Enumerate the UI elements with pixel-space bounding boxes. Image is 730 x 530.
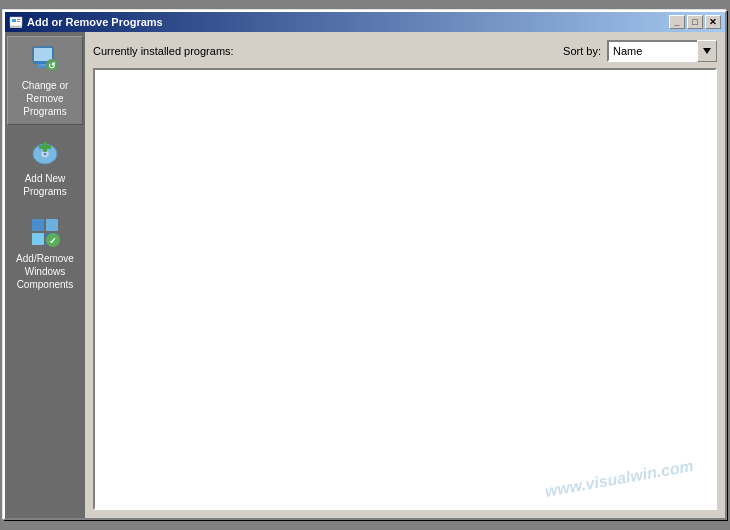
svg-rect-3 [17, 21, 20, 22]
sidebar-item-change-remove[interactable]: ↺ Change orRemovePrograms [7, 36, 83, 125]
svg-rect-19 [32, 233, 44, 245]
watermark-text: www.visualwin.com [544, 457, 695, 501]
maximize-button[interactable]: □ [687, 15, 703, 29]
svg-rect-6 [34, 48, 52, 61]
add-new-icon [29, 136, 61, 168]
currently-installed-label: Currently installed programs: [93, 45, 234, 57]
change-remove-icon: ↺ [29, 43, 61, 75]
sort-select-wrapper: Name Size Frequency Date Last Used [607, 40, 717, 62]
svg-text:✓: ✓ [49, 236, 57, 246]
components-icon: ✓ [29, 216, 61, 248]
svg-rect-1 [12, 19, 16, 22]
svg-rect-2 [17, 19, 20, 20]
sort-select[interactable]: Name Size Frequency Date Last Used [607, 40, 717, 62]
svg-rect-16 [39, 145, 51, 149]
sort-by-group: Sort by: Name Size Frequency Date Last U… [563, 40, 717, 62]
sidebar: ↺ Change orRemovePrograms [5, 32, 85, 518]
main-area: Currently installed programs: Sort by: N… [85, 32, 725, 518]
window-content: ↺ Change orRemovePrograms [5, 32, 725, 518]
svg-rect-4 [10, 26, 22, 28]
sidebar-item-label-components: Add/RemoveWindowsComponents [16, 252, 74, 291]
main-window: Add or Remove Programs _ □ ✕ [3, 10, 727, 520]
sidebar-item-label-change-remove: Change orRemovePrograms [22, 79, 69, 118]
title-bar: Add or Remove Programs _ □ ✕ [5, 12, 725, 32]
title-controls: _ □ ✕ [669, 15, 721, 29]
svg-rect-8 [39, 64, 47, 66]
svg-rect-17 [32, 219, 44, 231]
window-title: Add or Remove Programs [27, 16, 163, 28]
sidebar-item-add-new[interactable]: Add NewPrograms [7, 127, 83, 207]
svg-point-14 [44, 153, 47, 155]
sidebar-item-components[interactable]: ✓ Add/RemoveWindowsComponents [7, 209, 83, 298]
programs-list[interactable]: www.visualwin.com [93, 68, 717, 510]
title-bar-text: Add or Remove Programs [9, 15, 163, 29]
svg-rect-18 [46, 219, 58, 231]
main-header: Currently installed programs: Sort by: N… [93, 40, 717, 62]
sort-by-label: Sort by: [563, 45, 601, 57]
svg-text:↺: ↺ [48, 61, 56, 71]
program-icon [9, 15, 23, 29]
minimize-button[interactable]: _ [669, 15, 685, 29]
close-button[interactable]: ✕ [705, 15, 721, 29]
sidebar-item-label-add-new: Add NewPrograms [23, 172, 66, 198]
